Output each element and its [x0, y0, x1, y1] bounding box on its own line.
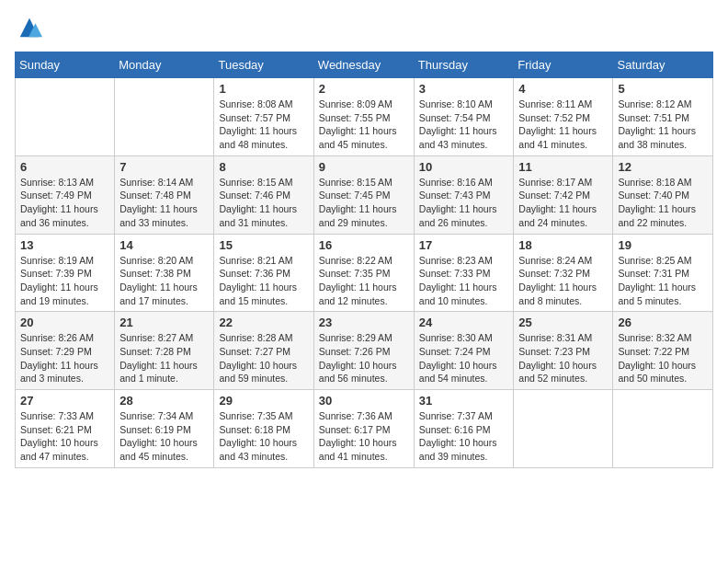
calendar-cell [514, 390, 613, 468]
day-number: 10 [419, 160, 509, 174]
day-info: Sunrise: 8:23 AM Sunset: 7:33 PM Dayligh… [419, 254, 509, 308]
logo-icon [17, 15, 42, 40]
calendar-cell: 3Sunrise: 8:10 AM Sunset: 7:54 PM Daylig… [414, 78, 514, 156]
day-number: 5 [618, 82, 708, 96]
day-info: Sunrise: 8:31 AM Sunset: 7:23 PM Dayligh… [518, 331, 608, 385]
day-number: 15 [219, 238, 308, 252]
day-number: 29 [219, 394, 308, 408]
calendar-cell: 23Sunrise: 8:29 AM Sunset: 7:26 PM Dayli… [313, 312, 414, 390]
day-info: Sunrise: 8:16 AM Sunset: 7:43 PM Dayligh… [419, 176, 509, 230]
day-info: Sunrise: 8:20 AM Sunset: 7:38 PM Dayligh… [119, 254, 209, 308]
calendar-cell [16, 78, 115, 156]
calendar-cell [115, 78, 214, 156]
day-info: Sunrise: 8:09 AM Sunset: 7:55 PM Dayligh… [319, 98, 409, 152]
day-number: 23 [319, 316, 409, 329]
day-info: Sunrise: 8:14 AM Sunset: 7:48 PM Dayligh… [119, 176, 209, 230]
weekday-header: Saturday [613, 52, 713, 78]
calendar-cell: 26Sunrise: 8:32 AM Sunset: 7:22 PM Dayli… [613, 312, 713, 390]
calendar-cell: 15Sunrise: 8:21 AM Sunset: 7:36 PM Dayli… [214, 234, 313, 312]
day-number: 30 [319, 394, 409, 408]
day-number: 19 [618, 238, 708, 252]
day-info: Sunrise: 7:34 AM Sunset: 6:19 PM Dayligh… [119, 409, 209, 464]
day-number: 27 [20, 394, 109, 408]
day-number: 20 [20, 316, 109, 329]
calendar-cell: 27Sunrise: 7:33 AM Sunset: 6:21 PM Dayli… [16, 390, 115, 468]
day-info: Sunrise: 8:28 AM Sunset: 7:27 PM Dayligh… [219, 331, 308, 385]
weekday-header: Wednesday [313, 52, 414, 78]
day-info: Sunrise: 8:15 AM Sunset: 7:45 PM Dayligh… [319, 176, 409, 230]
day-info: Sunrise: 8:17 AM Sunset: 7:42 PM Dayligh… [518, 176, 608, 230]
calendar-week-row: 27Sunrise: 7:33 AM Sunset: 6:21 PM Dayli… [16, 390, 713, 468]
calendar-table: SundayMondayTuesdayWednesdayThursdayFrid… [15, 52, 713, 468]
day-number: 24 [419, 316, 509, 329]
calendar-cell: 11Sunrise: 8:17 AM Sunset: 7:42 PM Dayli… [514, 155, 613, 234]
day-number: 25 [518, 316, 608, 329]
calendar-cell [613, 390, 713, 468]
weekday-header: Monday [115, 52, 214, 78]
calendar-cell: 19Sunrise: 8:25 AM Sunset: 7:31 PM Dayli… [613, 234, 713, 312]
day-info: Sunrise: 8:25 AM Sunset: 7:31 PM Dayligh… [618, 254, 708, 308]
logo [15, 15, 42, 40]
day-info: Sunrise: 7:35 AM Sunset: 6:18 PM Dayligh… [219, 409, 308, 464]
calendar-cell: 10Sunrise: 8:16 AM Sunset: 7:43 PM Dayli… [414, 155, 514, 234]
day-info: Sunrise: 7:37 AM Sunset: 6:16 PM Dayligh… [419, 409, 509, 464]
calendar-cell: 24Sunrise: 8:30 AM Sunset: 7:24 PM Dayli… [414, 312, 514, 390]
day-info: Sunrise: 7:33 AM Sunset: 6:21 PM Dayligh… [20, 409, 109, 464]
calendar-cell: 29Sunrise: 7:35 AM Sunset: 6:18 PM Dayli… [214, 390, 313, 468]
calendar-cell: 8Sunrise: 8:15 AM Sunset: 7:46 PM Daylig… [214, 155, 313, 234]
day-info: Sunrise: 7:36 AM Sunset: 6:17 PM Dayligh… [319, 409, 409, 464]
calendar-cell: 2Sunrise: 8:09 AM Sunset: 7:55 PM Daylig… [313, 78, 414, 156]
day-number: 22 [219, 316, 308, 329]
day-number: 28 [119, 394, 209, 408]
day-number: 26 [618, 316, 708, 329]
day-info: Sunrise: 8:18 AM Sunset: 7:40 PM Dayligh… [618, 176, 708, 230]
day-number: 16 [319, 238, 409, 252]
day-info: Sunrise: 8:08 AM Sunset: 7:57 PM Dayligh… [219, 98, 308, 152]
day-info: Sunrise: 8:21 AM Sunset: 7:36 PM Dayligh… [219, 254, 308, 308]
calendar-cell: 28Sunrise: 7:34 AM Sunset: 6:19 PM Dayli… [115, 390, 214, 468]
weekday-header-row: SundayMondayTuesdayWednesdayThursdayFrid… [16, 52, 713, 78]
day-number: 21 [119, 316, 209, 329]
day-info: Sunrise: 8:32 AM Sunset: 7:22 PM Dayligh… [618, 331, 708, 385]
weekday-header: Thursday [414, 52, 514, 78]
day-number: 11 [518, 160, 608, 174]
day-info: Sunrise: 8:10 AM Sunset: 7:54 PM Dayligh… [419, 98, 509, 152]
calendar-cell: 12Sunrise: 8:18 AM Sunset: 7:40 PM Dayli… [613, 155, 713, 234]
calendar-cell: 17Sunrise: 8:23 AM Sunset: 7:33 PM Dayli… [414, 234, 514, 312]
calendar-cell: 14Sunrise: 8:20 AM Sunset: 7:38 PM Dayli… [115, 234, 214, 312]
calendar-cell: 16Sunrise: 8:22 AM Sunset: 7:35 PM Dayli… [313, 234, 414, 312]
calendar-cell: 30Sunrise: 7:36 AM Sunset: 6:17 PM Dayli… [313, 390, 414, 468]
day-info: Sunrise: 8:11 AM Sunset: 7:52 PM Dayligh… [518, 98, 608, 152]
day-number: 17 [419, 238, 509, 252]
day-number: 6 [20, 160, 109, 174]
calendar-cell: 18Sunrise: 8:24 AM Sunset: 7:32 PM Dayli… [514, 234, 613, 312]
calendar-cell: 31Sunrise: 7:37 AM Sunset: 6:16 PM Dayli… [414, 390, 514, 468]
day-info: Sunrise: 8:22 AM Sunset: 7:35 PM Dayligh… [319, 254, 409, 308]
day-number: 12 [618, 160, 708, 174]
calendar-cell: 9Sunrise: 8:15 AM Sunset: 7:45 PM Daylig… [313, 155, 414, 234]
calendar-cell: 20Sunrise: 8:26 AM Sunset: 7:29 PM Dayli… [16, 312, 115, 390]
calendar-week-row: 20Sunrise: 8:26 AM Sunset: 7:29 PM Dayli… [16, 312, 713, 390]
day-number: 13 [20, 238, 109, 252]
day-number: 4 [518, 82, 608, 96]
calendar-cell: 13Sunrise: 8:19 AM Sunset: 7:39 PM Dayli… [16, 234, 115, 312]
weekday-header: Tuesday [214, 52, 313, 78]
weekday-header: Sunday [16, 52, 115, 78]
day-info: Sunrise: 8:30 AM Sunset: 7:24 PM Dayligh… [419, 331, 509, 385]
day-info: Sunrise: 8:15 AM Sunset: 7:46 PM Dayligh… [219, 176, 308, 230]
calendar-cell: 22Sunrise: 8:28 AM Sunset: 7:27 PM Dayli… [214, 312, 313, 390]
day-number: 18 [518, 238, 608, 252]
day-info: Sunrise: 8:12 AM Sunset: 7:51 PM Dayligh… [618, 98, 708, 152]
day-info: Sunrise: 8:27 AM Sunset: 7:28 PM Dayligh… [119, 331, 209, 385]
calendar-cell: 7Sunrise: 8:14 AM Sunset: 7:48 PM Daylig… [115, 155, 214, 234]
calendar-cell: 5Sunrise: 8:12 AM Sunset: 7:51 PM Daylig… [613, 78, 713, 156]
calendar-week-row: 1Sunrise: 8:08 AM Sunset: 7:57 PM Daylig… [16, 78, 713, 156]
day-number: 8 [219, 160, 308, 174]
day-info: Sunrise: 8:29 AM Sunset: 7:26 PM Dayligh… [319, 331, 409, 385]
day-info: Sunrise: 8:19 AM Sunset: 7:39 PM Dayligh… [20, 254, 109, 308]
day-number: 31 [419, 394, 509, 408]
calendar-cell: 6Sunrise: 8:13 AM Sunset: 7:49 PM Daylig… [16, 155, 115, 234]
calendar-week-row: 6Sunrise: 8:13 AM Sunset: 7:49 PM Daylig… [16, 155, 713, 234]
day-number: 9 [319, 160, 409, 174]
day-info: Sunrise: 8:13 AM Sunset: 7:49 PM Dayligh… [20, 176, 109, 230]
